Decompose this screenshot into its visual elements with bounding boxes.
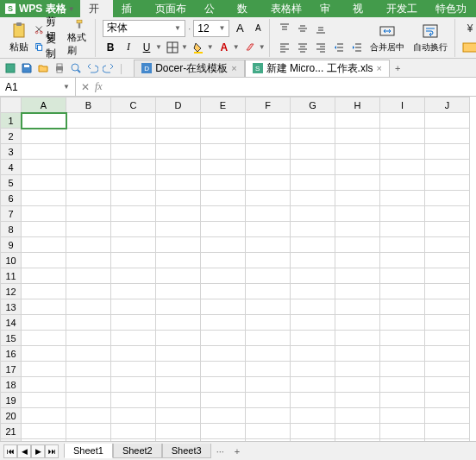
menu-审阅[interactable]: 审阅 [311,0,345,17]
cell[interactable] [425,284,470,299]
row-header[interactable]: 17 [1,362,22,377]
cell[interactable] [66,362,111,377]
cell[interactable] [66,129,111,144]
cell[interactable] [111,268,156,284]
cell[interactable] [335,331,380,346]
paste-button[interactable]: 粘贴 [7,19,31,57]
cell[interactable] [111,393,156,408]
spreadsheet-grid[interactable]: ABCDEFGHIJ123456789101112131415161718192… [0,97,476,441]
cell[interactable] [156,377,201,393]
cell[interactable] [291,346,335,362]
col-header[interactable]: A [22,98,66,113]
cell[interactable] [380,268,425,284]
cell[interactable] [111,129,156,144]
cell[interactable] [380,346,425,362]
cell[interactable] [246,284,291,299]
cell[interactable] [291,268,335,284]
row-header[interactable]: 5 [1,175,22,191]
cell[interactable] [335,346,380,362]
cell[interactable] [22,424,66,439]
row-header[interactable]: 2 [1,129,22,144]
cell[interactable] [246,160,291,175]
cell[interactable] [66,299,111,315]
cell[interactable] [425,160,470,175]
col-header[interactable]: B [66,98,111,113]
row-header[interactable]: 15 [1,331,22,346]
sheet-nav-button[interactable]: ⏮ [3,444,17,458]
cell[interactable] [246,129,291,144]
cell[interactable] [291,253,335,268]
cell[interactable] [291,175,335,191]
cell[interactable] [22,237,66,253]
close-icon[interactable]: × [231,63,236,73]
cell[interactable] [335,362,380,377]
doc-tab[interactable]: S新建 Micro... 工作表.xls× [245,60,390,77]
row-header[interactable]: 13 [1,299,22,315]
cell[interactable] [156,362,201,377]
cell[interactable] [111,362,156,377]
sheet-tab[interactable]: Sheet1 [64,444,113,458]
clear-format-button[interactable] [242,40,258,55]
cell[interactable] [201,206,246,222]
sheet-add-button[interactable]: + [229,444,245,458]
cell[interactable] [156,346,201,362]
cell[interactable] [335,253,380,268]
cell[interactable] [291,129,335,144]
cell[interactable] [66,253,111,268]
align-bottom-icon[interactable] [313,21,329,36]
cell[interactable] [246,237,291,253]
cell[interactable] [66,160,111,175]
cell[interactable] [291,315,335,331]
row-header[interactable]: 8 [1,222,22,237]
cell[interactable] [201,408,246,424]
cell[interactable] [66,393,111,408]
cell[interactable] [246,253,291,268]
cell[interactable] [201,222,246,237]
cell[interactable] [111,222,156,237]
cell[interactable] [246,346,291,362]
cell[interactable] [156,268,201,284]
cell[interactable] [380,237,425,253]
cell[interactable] [335,129,380,144]
cell[interactable] [156,408,201,424]
cell[interactable] [201,191,246,206]
row-header[interactable]: 18 [1,377,22,393]
cell[interactable] [111,253,156,268]
cell[interactable] [291,237,335,253]
cell[interactable] [335,113,380,129]
cell[interactable] [425,113,470,129]
cell[interactable] [246,331,291,346]
italic-button[interactable]: I [121,40,136,55]
cell[interactable] [380,315,425,331]
cell[interactable] [22,377,66,393]
cell[interactable] [201,284,246,299]
cell[interactable] [22,222,66,237]
cell[interactable] [22,268,66,284]
cell[interactable] [380,253,425,268]
cell[interactable] [66,408,111,424]
col-header[interactable]: H [335,98,380,113]
cell[interactable] [380,129,425,144]
cell[interactable] [380,191,425,206]
align-right-icon[interactable] [313,40,329,55]
row-header[interactable]: 6 [1,191,22,206]
cell[interactable] [380,299,425,315]
cell[interactable] [335,315,380,331]
col-header[interactable]: I [380,98,425,113]
cell[interactable] [66,424,111,439]
cell[interactable] [335,439,380,442]
cell[interactable] [111,315,156,331]
cell[interactable] [425,253,470,268]
cell[interactable] [66,346,111,362]
menu-开发工具[interactable]: 开发工具 [378,0,427,17]
sheet-more-button[interactable]: ··· [211,444,229,458]
cancel-icon[interactable]: ✕ [81,81,90,93]
cell[interactable] [66,331,111,346]
indent-decrease-icon[interactable] [331,40,347,55]
cell[interactable] [246,377,291,393]
cell[interactable] [22,284,66,299]
cell[interactable] [425,331,470,346]
cell[interactable] [425,299,470,315]
app-dropdown-icon[interactable]: ▼ [68,5,75,13]
cell[interactable] [111,377,156,393]
